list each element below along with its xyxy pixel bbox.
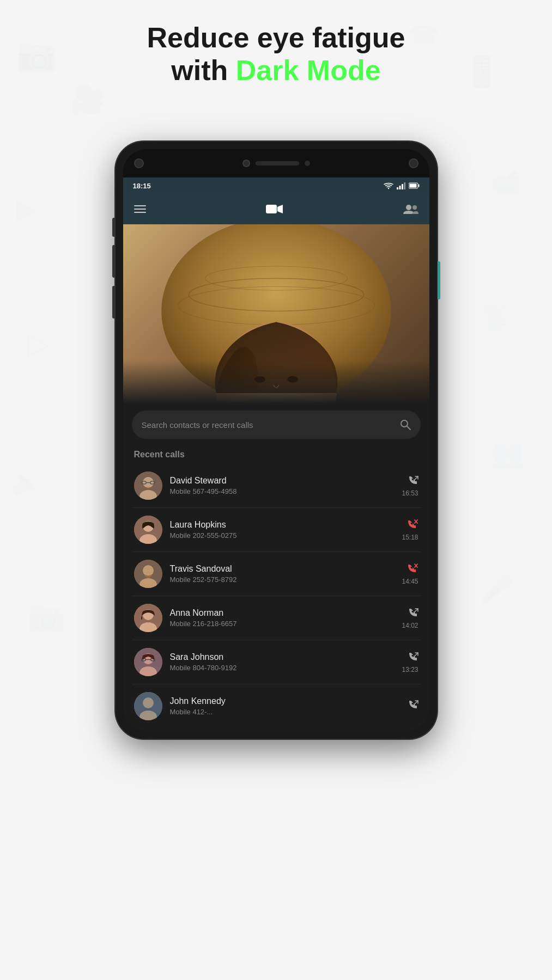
contact-item-travis[interactable]: Travis Sandoval Mobile 252-575-8792 (132, 552, 421, 596)
svg-line-64 (415, 701, 418, 704)
svg-line-39 (415, 476, 418, 480)
notch-center (242, 160, 310, 167)
avatar-anna (134, 604, 162, 632)
svg-text:▶: ▶ (16, 193, 38, 224)
svg-point-22 (406, 205, 411, 210)
contact-item-john[interactable]: John Kennedy Mobile 412-... (132, 684, 421, 720)
svg-text:📹: 📹 (490, 168, 521, 197)
phone-frame: 18:15 (116, 142, 437, 739)
call-time-sara: 13:23 (402, 666, 418, 673)
contact-name-travis: Travis Sandoval (170, 564, 395, 574)
speaker-bar (256, 161, 299, 166)
status-bar: 18:15 (123, 177, 429, 194)
signal-icon (397, 182, 405, 189)
svg-point-23 (413, 205, 417, 210)
svg-point-31 (401, 420, 408, 427)
svg-point-62 (143, 697, 154, 708)
contact-info-anna: Anna Norman Mobile 216-218-6657 (170, 608, 395, 628)
call-time-david: 16:53 (402, 489, 418, 497)
contact-list: David Steward Mobile 567-495-4958 (132, 464, 421, 720)
contact-number-david: Mobile 567-495-4958 (170, 487, 395, 495)
vol-button-2 (112, 245, 115, 278)
contact-info-laura: Laura Hopkins Mobile 202-555-0275 (170, 520, 395, 540)
svg-text:🔊: 🔊 (11, 467, 42, 497)
side-button (438, 261, 440, 299)
contact-info-john: John Kennedy Mobile 412-... (170, 696, 400, 716)
search-placeholder: Search contacts or recent calls (142, 420, 395, 430)
contact-number-anna: Mobile 216-218-6657 (170, 620, 395, 628)
header-line1: Reduce eye fatigue (147, 22, 405, 53)
svg-marker-21 (277, 205, 283, 213)
call-info-david: 16:53 (402, 475, 418, 497)
phone-device: 18:15 (116, 142, 437, 739)
contact-item-anna[interactable]: Anna Norman Mobile 216-218-6657 (132, 596, 421, 640)
contact-info-travis: Travis Sandoval Mobile 252-575-8792 (170, 564, 395, 584)
contact-name-sara: Sara Johnson (170, 652, 395, 662)
sensor (409, 158, 418, 168)
header-title: Reduce eye fatigue with Dark Mode (0, 22, 552, 87)
svg-text:👥: 👥 (490, 437, 525, 470)
call-info-john (408, 699, 418, 714)
avatar-sara (134, 648, 162, 676)
vol-button-1 (112, 218, 115, 237)
microphone (305, 161, 310, 166)
wifi-icon (384, 182, 393, 189)
search-bar[interactable]: Search contacts or recent calls (132, 411, 421, 439)
svg-point-12 (387, 188, 389, 189)
call-icon-travis (402, 563, 418, 577)
svg-rect-15 (402, 184, 403, 189)
header-line2-colored: Dark Mode (236, 54, 381, 86)
app-header (123, 194, 429, 224)
contact-name-laura: Laura Hopkins (170, 520, 395, 530)
front-camera-right (242, 160, 250, 167)
menu-button[interactable] (134, 205, 146, 213)
search-icon (400, 419, 411, 430)
call-info-sara: 13:23 (402, 651, 418, 673)
vol-button-3 (112, 286, 115, 318)
call-time-travis: 14:45 (402, 578, 418, 585)
svg-line-60 (415, 653, 418, 656)
contact-name-david: David Steward (170, 476, 395, 486)
svg-rect-13 (397, 187, 398, 189)
call-info-laura: 15:18 (402, 519, 418, 541)
notch-bar (123, 149, 429, 177)
call-icon-anna (402, 607, 418, 621)
avatar-david (134, 471, 162, 500)
svg-rect-18 (418, 185, 419, 187)
hero-image (123, 224, 429, 404)
contacts-button[interactable] (403, 203, 418, 215)
phone-screen: 18:15 (123, 149, 429, 731)
avatar-john (134, 692, 162, 720)
svg-text:▷: ▷ (27, 327, 51, 360)
svg-rect-20 (266, 205, 277, 213)
contact-number-sara: Mobile 804-780-9192 (170, 664, 395, 672)
video-call-button[interactable] (266, 203, 283, 216)
contact-name-anna: Anna Norman (170, 608, 395, 618)
call-icon-laura (402, 519, 418, 532)
svg-rect-14 (399, 186, 401, 189)
call-icon-sara (402, 651, 418, 665)
svg-line-32 (407, 426, 410, 430)
call-info-anna: 14:02 (402, 607, 418, 629)
avatar-laura (134, 516, 162, 544)
contact-info-david: David Steward Mobile 567-495-4958 (170, 476, 395, 495)
contact-number-travis: Mobile 252-575-8792 (170, 575, 395, 584)
call-icon-john (408, 699, 418, 713)
call-info-travis: 14:45 (402, 563, 418, 585)
status-icons (384, 182, 420, 189)
svg-text:🎤: 🎤 (480, 573, 514, 606)
svg-rect-19 (409, 184, 416, 188)
status-time: 18:15 (133, 182, 151, 190)
call-time-anna: 14:02 (402, 622, 418, 629)
contact-number-john: Mobile 412-... (170, 708, 400, 716)
contact-item-laura[interactable]: Laura Hopkins Mobile 202-555-0275 (132, 508, 421, 552)
contact-name-john: John Kennedy (170, 696, 400, 706)
avatar-travis (134, 560, 162, 588)
main-content: Search contacts or recent calls Recent c… (123, 411, 429, 731)
svg-line-53 (415, 609, 418, 612)
contact-item-sara[interactable]: Sara Johnson Mobile 804-780-9192 (132, 640, 421, 684)
contact-item-david[interactable]: David Steward Mobile 567-495-4958 (132, 464, 421, 508)
svg-text:🎥: 🎥 (71, 83, 105, 116)
svg-text:📡: 📡 (480, 301, 514, 334)
svg-text:📷: 📷 (27, 598, 65, 634)
